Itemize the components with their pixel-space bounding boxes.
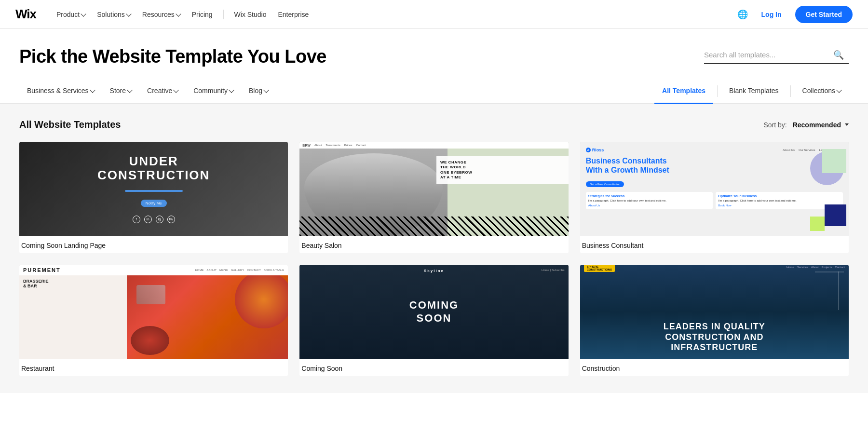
template-card-business-consultant[interactable]: A Rioss About Us Our Services Let's Talk…	[580, 142, 849, 253]
template-card-construction[interactable]: SPHERECONSTRUCTIONS Home Services About …	[580, 265, 849, 376]
chevron-down-icon	[127, 87, 132, 93]
cat-nav-divider-2	[790, 85, 791, 97]
search-bar[interactable]: 🔍	[704, 50, 849, 64]
main-content: All Website Templates Sort by: Recommend…	[0, 104, 868, 393]
nav-item-solutions[interactable]: Solutions	[92, 7, 136, 22]
cat-nav-left: Business & Services Store Creative Commu…	[19, 79, 654, 104]
cat-item-blank-templates[interactable]: Blank Templates	[721, 79, 786, 104]
sort-control[interactable]: Sort by: Recommended	[764, 121, 849, 129]
section-header: All Website Templates Sort by: Recommend…	[19, 119, 849, 130]
template-thumbnail: A Rioss About Us Our Services Let's Talk…	[580, 142, 849, 236]
navbar: Wix Product Solutions Resources Pricing …	[0, 0, 868, 29]
cat-nav-divider	[717, 85, 718, 97]
brand-logo[interactable]: Wix	[15, 7, 36, 22]
sort-dropdown-arrow	[845, 123, 849, 126]
cat-item-community[interactable]: Community	[186, 79, 241, 104]
cat-item-all-templates[interactable]: All Templates	[654, 79, 713, 104]
template-label: Construction	[580, 359, 849, 376]
template-thumbnail: BRW About Treatments Prices Contact WE C…	[299, 142, 568, 236]
template-card-beauty-salon[interactable]: BRW About Treatments Prices Contact WE C…	[299, 142, 568, 253]
template-label: Coming Soon Landing Page	[19, 236, 288, 253]
chevron-down-icon	[176, 11, 181, 16]
template-thumbnail: UNDERCONSTRUCTION Notify Me f in ig tw	[19, 142, 288, 236]
template-card-coming-soon-1[interactable]: UNDERCONSTRUCTION Notify Me f in ig tw C…	[19, 142, 288, 253]
cat-nav-right: All Templates Blank Templates Collection…	[654, 79, 849, 104]
nav-item-resources[interactable]: Resources	[137, 7, 185, 22]
search-icon-button[interactable]: 🔍	[833, 50, 844, 60]
nav-item-enterprise[interactable]: Enterprise	[273, 7, 313, 22]
chevron-down-icon	[81, 11, 86, 16]
nav-divider	[223, 10, 224, 19]
cat-item-creative[interactable]: Creative	[139, 79, 186, 104]
cat-item-blog[interactable]: Blog	[241, 79, 276, 104]
nav-links: Product Solutions Resources Pricing Wix …	[52, 7, 737, 22]
cat-item-store[interactable]: Store	[102, 79, 139, 104]
chevron-down-icon	[229, 87, 234, 93]
template-label: Coming Soon	[299, 359, 568, 376]
category-nav: Business & Services Store Creative Commu…	[0, 79, 868, 104]
nav-right: 🌐 Log In Get Started	[737, 6, 853, 23]
chevron-down-icon	[174, 87, 179, 93]
cat-item-business-services[interactable]: Business & Services	[19, 79, 102, 104]
globe-icon[interactable]: 🌐	[737, 9, 748, 20]
chevron-down-icon	[126, 11, 131, 16]
login-button[interactable]: Log In	[756, 7, 787, 22]
get-started-button[interactable]: Get Started	[795, 6, 853, 23]
section-title: All Website Templates	[19, 119, 121, 130]
page-title: Pick the Website Template You Love	[19, 46, 326, 67]
template-label: Business Consultant	[580, 236, 849, 253]
nav-item-pricing[interactable]: Pricing	[187, 7, 217, 22]
template-label: Restaurant	[19, 359, 288, 376]
template-thumbnail: PUREMENT HOME ABOUT MENU GALLERY CONTACT…	[19, 265, 288, 359]
template-thumbnail: Skyline Home | Subscribe COMINGSOON	[299, 265, 568, 359]
chevron-down-icon	[836, 87, 841, 93]
nav-item-product[interactable]: Product	[52, 7, 90, 22]
template-grid: UNDERCONSTRUCTION Notify Me f in ig tw C…	[19, 142, 849, 376]
template-card-restaurant[interactable]: PUREMENT HOME ABOUT MENU GALLERY CONTACT…	[19, 265, 288, 376]
nav-item-wixstudio[interactable]: Wix Studio	[230, 7, 271, 22]
template-thumbnail: SPHERECONSTRUCTIONS Home Services About …	[580, 265, 849, 359]
chevron-down-icon	[263, 87, 269, 93]
chevron-down-icon	[90, 87, 95, 93]
cat-item-collections[interactable]: Collections	[795, 79, 849, 104]
search-input[interactable]	[704, 51, 829, 59]
hero-section: Pick the Website Template You Love 🔍	[0, 29, 868, 79]
search-icon: 🔍	[833, 50, 844, 60]
template-card-coming-soon-2[interactable]: Skyline Home | Subscribe COMINGSOON Comi…	[299, 265, 568, 376]
template-label: Beauty Salon	[299, 236, 568, 253]
